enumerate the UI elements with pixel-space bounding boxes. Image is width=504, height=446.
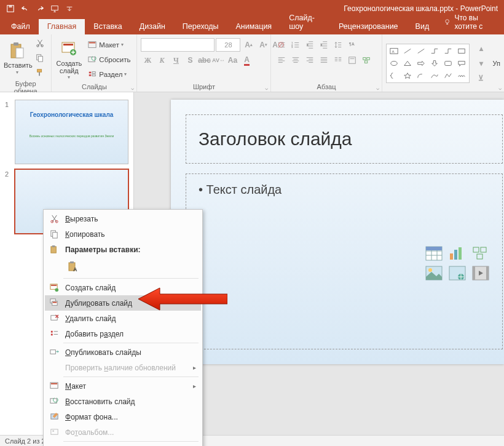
font-name-combo[interactable]: [141, 38, 215, 52]
shape-star-icon[interactable]: [401, 70, 414, 81]
inc-indent-icon[interactable]: [317, 38, 331, 52]
insert-chart-icon[interactable]: [448, 245, 467, 261]
shape-connector2-icon[interactable]: [442, 46, 454, 57]
new-slide-button[interactable]: Создать слайд ▾: [55, 39, 82, 80]
shrink-font-icon[interactable]: A▾: [256, 38, 270, 52]
slide-thumb-1-wrap[interactable]: 1 Геохронологическая шкала Восемь основн…: [0, 97, 133, 167]
svg-rect-2: [52, 6, 58, 10]
smartart-icon[interactable]: [360, 54, 373, 67]
slide-canvas[interactable]: Заголовок слайда • Текст слайда: [171, 100, 504, 364]
bold-icon[interactable]: Ж: [141, 54, 154, 67]
context-menu: Вырезать Копировать Параметры вставки: A…: [43, 209, 203, 446]
shapes-gallery[interactable]: A: [386, 44, 470, 83]
line-spacing-icon[interactable]: [331, 38, 345, 52]
ribbon-tabs: Файл Главная Вставка Дизайн Переходы Ани…: [0, 17, 504, 34]
slide-counter[interactable]: Слайд 2 из 2: [5, 437, 45, 445]
layout-button[interactable]: Макет ▾: [85, 38, 133, 52]
insert-table-icon[interactable]: [425, 245, 443, 261]
cm-format-background[interactable]: Формат фона...: [45, 409, 201, 424]
font-color-icon[interactable]: A: [240, 54, 253, 67]
copy-icon[interactable]: [33, 51, 47, 65]
body-placeholder[interactable]: • Текст слайда: [186, 173, 503, 349]
insert-picture-icon[interactable]: [425, 265, 443, 281]
cut-icon[interactable]: [33, 36, 47, 50]
dec-indent-icon[interactable]: [303, 38, 317, 52]
shape-line-icon[interactable]: [401, 46, 414, 57]
tell-me[interactable]: Что вы хотите с: [438, 14, 504, 34]
shape-freeform-icon[interactable]: [442, 70, 454, 81]
tab-design[interactable]: Дизайн: [131, 19, 174, 34]
cm-delete-slide[interactable]: Удалить слайд: [45, 311, 201, 326]
paste-button[interactable]: Вставить ▾: [4, 41, 31, 74]
shape-oval-icon[interactable]: [388, 58, 400, 69]
text-direction-icon[interactable]: ¶A: [345, 38, 359, 52]
shadow-icon[interactable]: S: [183, 54, 197, 67]
cm-add-section[interactable]: Добавить раздел: [45, 326, 201, 341]
italic-icon[interactable]: К: [155, 54, 168, 67]
shape-arrow-down-icon[interactable]: [428, 58, 441, 69]
shape-triangle-icon[interactable]: [401, 58, 414, 69]
shape-arc-icon[interactable]: [415, 70, 427, 81]
shape-scribble-icon[interactable]: [455, 70, 468, 81]
gallery-up-icon[interactable]: ▴: [474, 42, 488, 55]
cm-sep-3: [63, 376, 199, 377]
shape-line2-icon[interactable]: [415, 46, 427, 57]
tab-home[interactable]: Главная: [39, 19, 85, 34]
columns-icon[interactable]: [331, 54, 345, 67]
shape-callout-icon[interactable]: [455, 58, 468, 69]
tab-transitions[interactable]: Переходы: [174, 19, 227, 34]
shape-rounded-icon[interactable]: [442, 58, 454, 69]
group-clipboard: Вставить ▾ Буфер обмена: [0, 34, 52, 92]
align-right-icon[interactable]: [303, 54, 317, 67]
change-case-icon[interactable]: Aa: [226, 54, 239, 67]
gallery-down-icon[interactable]: ▾: [474, 57, 488, 70]
tab-insert[interactable]: Вставка: [85, 19, 130, 34]
start-slideshow-icon[interactable]: [48, 2, 61, 15]
title-placeholder[interactable]: Заголовок слайда: [186, 114, 503, 164]
font-size-combo[interactable]: 28: [216, 38, 240, 52]
bullets-icon[interactable]: [275, 38, 288, 52]
save-icon[interactable]: [4, 2, 17, 15]
strike-icon[interactable]: abc: [197, 54, 211, 67]
numbering-icon[interactable]: 123: [289, 38, 302, 52]
underline-icon[interactable]: Ч: [169, 54, 183, 67]
shape-textbox-icon[interactable]: A: [388, 46, 400, 57]
cm-publish-slides[interactable]: Опубликовать слайды: [45, 344, 201, 360]
format-painter-icon[interactable]: [33, 66, 47, 79]
shape-curve-icon[interactable]: [428, 70, 441, 81]
slide-thumb-1[interactable]: Геохронологическая шкала Восемь основных…: [15, 100, 128, 164]
cm-hide-slide[interactable]: Скрыть слайд: [45, 443, 201, 446]
shape-connector-icon[interactable]: [428, 46, 441, 57]
align-left-icon[interactable]: [275, 54, 288, 67]
redo-icon[interactable]: [33, 2, 47, 15]
align-center-icon[interactable]: [289, 54, 302, 67]
insert-online-pic-icon[interactable]: [448, 265, 467, 281]
shape-brace-icon[interactable]: [388, 70, 400, 81]
insert-smartart-icon[interactable]: [471, 245, 490, 261]
section-button[interactable]: Раздел ▾: [85, 68, 133, 81]
cm-copy[interactable]: Копировать: [45, 226, 201, 242]
qat-customize-icon[interactable]: [63, 2, 76, 15]
align-text-icon[interactable]: [345, 54, 359, 67]
shape-rect-icon[interactable]: [455, 46, 468, 57]
undo-icon[interactable]: [18, 2, 32, 15]
grow-font-icon[interactable]: A▴: [242, 38, 255, 52]
paste-keep-format-icon[interactable]: A: [66, 259, 82, 275]
reset-button[interactable]: Сбросить: [85, 53, 133, 66]
gallery-more-icon[interactable]: ⊻: [474, 71, 488, 85]
cm-layout[interactable]: Макет ▸: [45, 378, 201, 394]
tab-animations[interactable]: Анимация: [227, 19, 280, 34]
spacing-icon[interactable]: AV↔: [211, 54, 225, 67]
tab-view[interactable]: Вид: [407, 19, 438, 34]
group-drawing: A ▴ ▾ ⊻: [382, 34, 504, 92]
tab-file[interactable]: Файл: [2, 19, 39, 34]
tab-slideshow[interactable]: Слайд-шоу: [280, 10, 330, 34]
insert-video-icon[interactable]: [471, 265, 490, 281]
shape-arrow-right-icon[interactable]: [415, 58, 427, 69]
svg-rect-16: [89, 42, 96, 43]
justify-icon[interactable]: [317, 54, 331, 67]
tab-review[interactable]: Рецензирование: [330, 19, 407, 34]
svg-rect-47: [477, 254, 482, 259]
cm-restore-slide[interactable]: Восстановить слайд: [45, 394, 201, 409]
cm-cut[interactable]: Вырезать: [45, 211, 201, 226]
